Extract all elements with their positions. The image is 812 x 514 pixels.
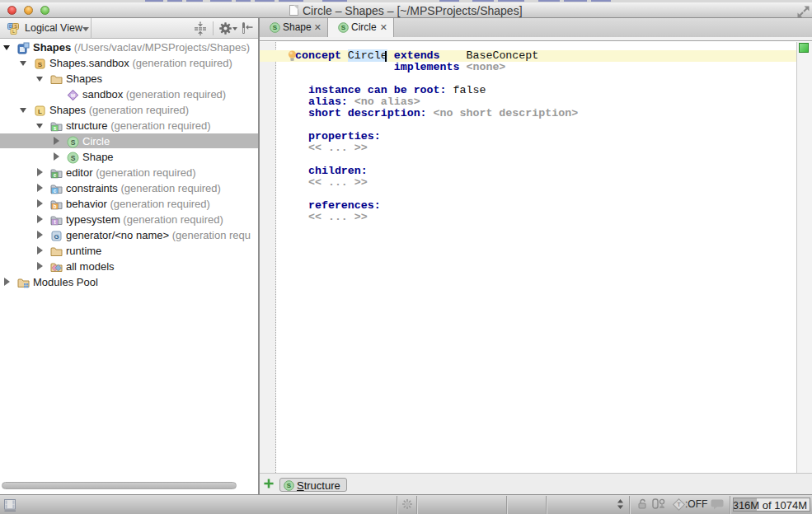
svg-text:S: S xyxy=(71,138,76,146)
svg-text:b: b xyxy=(54,203,57,209)
svg-text:L: L xyxy=(12,29,15,34)
svg-text:e: e xyxy=(54,172,57,178)
svg-text:G: G xyxy=(54,233,59,241)
svg-text:s: s xyxy=(54,125,57,131)
svg-text:S: S xyxy=(38,61,43,68)
svg-text:S: S xyxy=(71,153,76,161)
svg-text:c: c xyxy=(54,188,57,194)
svg-text:L: L xyxy=(38,108,42,115)
svg-text:T: T xyxy=(677,501,681,508)
svg-text:S: S xyxy=(287,482,292,489)
svg-text:S: S xyxy=(273,24,278,31)
svg-text:S: S xyxy=(341,24,346,31)
svg-text:M: M xyxy=(71,93,75,98)
